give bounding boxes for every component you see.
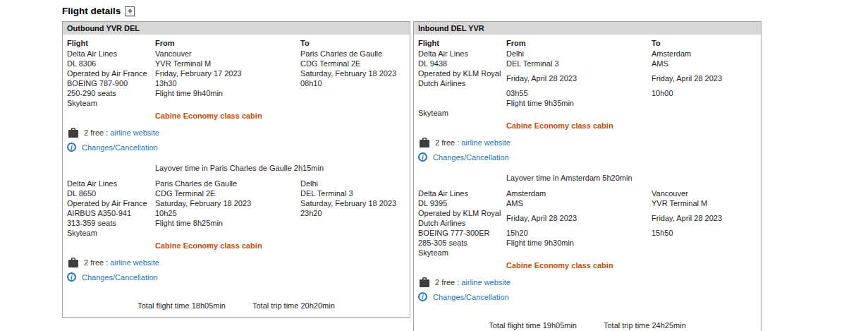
airline-name: Delta Air Lines [418, 49, 506, 59]
baggage-prefix: 2 free : [84, 128, 108, 137]
segment-row: DL 8306 YVR Terminal M CDG Terminal 2E [67, 59, 405, 68]
airline-website-link[interactable]: airline website [110, 128, 159, 137]
segment-row: 313-359 seats Flight time 8h25min [67, 218, 405, 228]
departure-time: 10h25 [155, 208, 300, 218]
segment-row: Skyteam [418, 248, 757, 258]
arrival-date: Saturday, February 18 2023 [300, 198, 405, 208]
from-terminal: AMS [506, 198, 652, 208]
baggage-line: 2 free :airline website [419, 138, 757, 148]
cabin-class-label: Cabine Economy class cabin [506, 258, 652, 271]
baggage-line: 2 free :airline website [68, 128, 405, 138]
segment-row: Delta Air Lines Delhi Amsterdam [418, 49, 757, 59]
arrival-time: 15h50 [652, 228, 757, 238]
from-city: Delhi [506, 49, 652, 59]
to-terminal: AMS [652, 59, 757, 68]
baggage-line: 2 free :airline website [68, 258, 405, 267]
segment-row: Skyteam [67, 98, 405, 108]
airline-website-link[interactable]: airline website [461, 138, 511, 147]
airline-website-link[interactable]: airline website [110, 258, 159, 267]
segment-row: BOEING 787-900 13h30 08h10 [67, 78, 405, 88]
segment-row: Operated by Air France Friday, February … [67, 68, 405, 78]
segment-row: Operated by Air France Saturday, Februar… [67, 198, 405, 208]
cabin-class-label: Cabine Economy class cabin [155, 238, 300, 251]
arrival-date: Saturday, February 18 2023 [300, 68, 405, 78]
changes-cancellation-link[interactable]: Changes/Cancellation [82, 143, 158, 152]
flight-time: Flight time 9h30min [506, 238, 652, 248]
operated-by: Operated by Air France [67, 198, 155, 208]
aircraft-type: BOEING 787-900 [67, 78, 155, 88]
to-terminal: DEL Terminal 3 [300, 188, 405, 198]
totals-line: Total flight time 19h05min Total trip ti… [418, 321, 757, 330]
flight-time: Flight time 9h35min [506, 98, 652, 108]
departure-time: 13h30 [155, 78, 300, 88]
changes-line: Changes/Cancellation [67, 143, 405, 152]
seat-count: 250-290 seats [67, 88, 155, 98]
col-header-to: To [652, 38, 757, 49]
segment-row: Delta Air Lines Amsterdam Vancouver [418, 188, 757, 198]
baggage-prefix: 2 free : [435, 138, 459, 147]
flight-time: Flight time 8h25min [155, 218, 300, 228]
to-city: Vancouver [652, 188, 757, 198]
expand-plus-icon[interactable] [125, 6, 135, 16]
arrival-date: Friday, April 28 2023 [652, 68, 757, 88]
airline-name: Delta Air Lines [67, 179, 155, 188]
aircraft-type: BOEING 777-300ER [418, 228, 506, 238]
flight-number: DL 9438 [418, 59, 506, 68]
outbound-panel-body: Flight From To Delta Air Lines Vancouver… [63, 35, 410, 317]
baggage-line: 2 free :airline website [419, 277, 757, 287]
alliance-name: Skyteam [67, 98, 155, 108]
baggage-prefix: 2 free : [435, 278, 459, 287]
inbound-panel-header: Inbound DEL YVR [414, 22, 761, 35]
cabin-class-label: Cabine Economy class cabin [506, 118, 652, 131]
page-title-text: Flight details [62, 6, 121, 16]
airline-name: Delta Air Lines [418, 188, 506, 198]
cabin-row: Cabine Economy class cabin [67, 108, 405, 121]
flight-number: DL 8306 [67, 59, 155, 68]
airline-website-link[interactable]: airline website [461, 278, 511, 287]
flight-details-page: Flight details Outbound YVR DEL Flight F… [0, 0, 868, 331]
total-flight-time: Total flight time 19h05min [489, 321, 577, 330]
baggage-allowance-text: 2 free :airline website [84, 128, 159, 137]
operated-by: Operated by Air France [67, 68, 155, 78]
to-city: Delhi [300, 179, 405, 188]
col-header-from: From [506, 38, 652, 49]
seat-count: 313-359 seats [67, 218, 155, 228]
info-icon [418, 152, 427, 162]
info-icon [67, 272, 76, 282]
to-terminal: YVR Terminal M [652, 198, 757, 208]
cabin-row: Cabine Economy class cabin [418, 118, 757, 131]
segment-row: 285-305 seats Flight time 9h30min [418, 238, 757, 248]
totals-line: Total flight time 18h05min Total trip ti… [67, 301, 405, 310]
departure-date: Saturday, February 18 2023 [155, 198, 300, 208]
col-header-to: To [300, 38, 405, 49]
segment-row: Skyteam [418, 108, 757, 118]
arrival-date: Friday, April 28 2023 [652, 208, 757, 228]
segment-row: 250-290 seats Flight time 9h40min [67, 88, 405, 98]
changes-line: Changes/Cancellation [418, 152, 757, 162]
departure-time: 15h20 [506, 228, 652, 238]
inbound-segment-2-table: Delta Air Lines Amsterdam Vancouver DL 9… [418, 188, 757, 271]
departure-date: Friday, April 28 2023 [506, 68, 652, 88]
changes-cancellation-link[interactable]: Changes/Cancellation [82, 273, 158, 282]
changes-cancellation-link[interactable]: Changes/Cancellation [433, 153, 509, 162]
from-city: Paris Charles de Gaulle [155, 179, 300, 188]
operated-by: Operated by KLM Royal Dutch Airlines [418, 208, 506, 228]
segment-row: DL 9395 AMS YVR Terminal M [418, 198, 757, 208]
segment-row: Delta Air Lines Paris Charles de Gaulle … [67, 179, 405, 188]
changes-line: Changes/Cancellation [67, 272, 405, 282]
outbound-panel: Outbound YVR DEL Flight From To Delta Ai… [62, 21, 410, 318]
layover-text: Layover time in Paris Charles de Gaulle … [155, 164, 405, 172]
segment-row: DL 9438 DEL Terminal 3 AMS [418, 59, 757, 68]
segment-row: Flight time 9h35min [418, 98, 757, 108]
flight-panels: Outbound YVR DEL Flight From To Delta Ai… [62, 21, 868, 331]
baggage-allowance-text: 2 free :airline website [435, 278, 511, 287]
arrival-time: 08h10 [300, 78, 405, 88]
alliance-name: Skyteam [418, 108, 506, 118]
airline-name: Delta Air Lines [67, 49, 155, 59]
segment-row: Operated by KLM Royal Dutch Airlines Fri… [418, 208, 757, 228]
total-flight-time: Total flight time 18h05min [137, 301, 226, 310]
col-header-flight: Flight [418, 38, 506, 49]
cabin-class-label: Cabine Economy class cabin [155, 108, 300, 121]
changes-cancellation-link[interactable]: Changes/Cancellation [433, 293, 509, 301]
segment-row: BOEING 777-300ER 15h20 15h50 [418, 228, 757, 238]
